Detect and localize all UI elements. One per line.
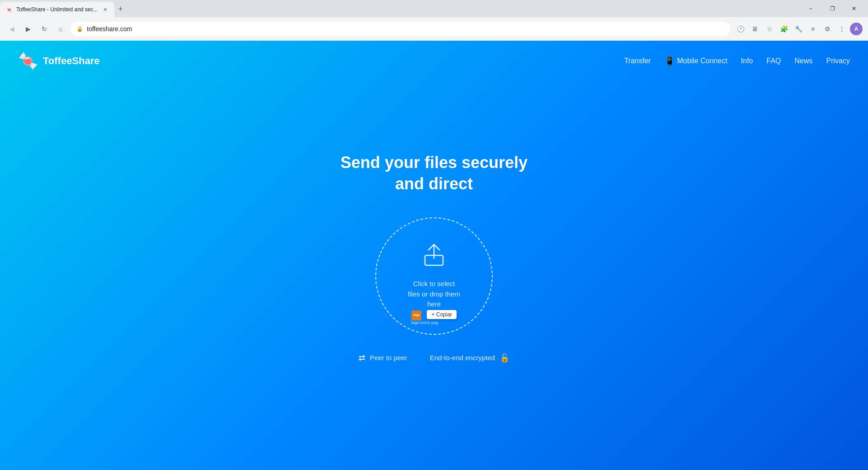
nav-news[interactable]: News	[795, 57, 813, 65]
logo-text: ToffeeShare	[43, 55, 100, 67]
profile-avatar[interactable]: A	[850, 23, 863, 35]
back-button[interactable]: ◀	[5, 23, 18, 35]
peer-to-peer-icon: ⇄	[359, 353, 365, 363]
new-tab-button[interactable]: +	[114, 3, 127, 15]
refresh-button[interactable]: ↻	[38, 23, 51, 35]
headline: Send your files securely and direct	[340, 152, 528, 195]
feature-peer-to-peer: ⇄ Peer to peer	[359, 353, 407, 363]
home-button[interactable]: ⌂	[54, 23, 67, 35]
window-controls: − ❐ ✕	[800, 0, 868, 17]
tab-bar: 🍬 ToffeeShare - Unlimited and sec... ✕ +…	[0, 0, 868, 17]
browser-chrome: 🍬 ToffeeShare - Unlimited and sec... ✕ +…	[0, 0, 868, 41]
lock-feature-icon: 🔓	[500, 353, 509, 363]
extension-icon-1[interactable]: 🧩	[778, 23, 790, 35]
mobile-icon: 📱	[665, 56, 675, 66]
drag-tooltip-wrapper: Pdf logo-icon2.png + Copiar	[411, 310, 457, 320]
site-logo[interactable]: 🍬 ToffeeShare	[18, 52, 100, 70]
tab-close-button[interactable]: ✕	[102, 6, 109, 13]
close-button[interactable]: ✕	[844, 0, 864, 17]
nav-faq[interactable]: FAQ	[767, 57, 781, 65]
clock-icon[interactable]: 🕐	[734, 23, 747, 35]
active-tab[interactable]: 🍬 ToffeeShare - Unlimited and sec... ✕	[0, 2, 114, 17]
upload-icon	[420, 243, 448, 272]
upload-dropzone[interactable]: Click to selectfiles or drop themhere Pd…	[375, 217, 493, 335]
peer-to-peer-label: Peer to peer	[370, 354, 407, 362]
drag-file-name: logo-icon2.png	[411, 320, 438, 325]
url-bar[interactable]: 🔒 toffeeshare.com	[71, 22, 731, 36]
main-content: Send your files securely and direct Clic…	[0, 81, 868, 470]
menu-icon[interactable]: ⋮	[835, 23, 848, 35]
nav-transfer[interactable]: Transfer	[624, 57, 651, 65]
nav-mobile-connect[interactable]: 📱 Mobile Connect	[665, 56, 727, 66]
extension-icon-3[interactable]: ≡	[807, 23, 819, 35]
maximize-button[interactable]: ❐	[822, 0, 843, 17]
minimize-button[interactable]: −	[800, 0, 821, 17]
url-text: toffeeshare.com	[87, 25, 725, 33]
extension-icon-4[interactable]: ⚙	[821, 23, 834, 35]
toolbar-icons: 🕐 🖥 ☆ 🧩 🔧 ≡ ⚙ ⋮ A	[734, 23, 863, 35]
feature-end-to-end: End-to-end encrypted 🔓	[430, 353, 509, 363]
nav-info[interactable]: Info	[741, 57, 753, 65]
drag-file-indicator: Pdf logo-icon2.png	[411, 310, 421, 320]
tab-title: ToffeeShare - Unlimited and sec...	[16, 6, 98, 13]
logo-icon: 🍬	[18, 52, 38, 70]
upload-instruction: Click to selectfiles or drop themhere	[408, 279, 460, 310]
nav-privacy[interactable]: Privacy	[826, 57, 850, 65]
site-nav: 🍬 ToffeeShare Transfer 📱 Mobile Connect …	[0, 41, 868, 81]
features-row: ⇄ Peer to peer End-to-end encrypted 🔓	[359, 353, 509, 363]
address-bar: ◀ ▶ ↻ ⌂ 🔒 toffeeshare.com 🕐 🖥 ☆ 🧩 🔧 ≡ ⚙ …	[0, 17, 868, 41]
drag-file-icon: Pdf	[411, 310, 421, 320]
extension-icon-2[interactable]: 🔧	[792, 23, 805, 35]
lock-icon: 🔒	[76, 26, 83, 32]
nav-links: Transfer 📱 Mobile Connect Info FAQ News …	[624, 56, 850, 66]
forward-button[interactable]: ▶	[22, 23, 34, 35]
copy-tooltip: + Copiar	[427, 310, 457, 319]
mobile-connect-label: Mobile Connect	[677, 57, 727, 65]
end-to-end-label: End-to-end encrypted	[430, 354, 495, 362]
headline-line2: and direct	[340, 174, 528, 195]
website: 🍬 ToffeeShare Transfer 📱 Mobile Connect …	[0, 41, 868, 470]
bookmark-icon[interactable]: ☆	[763, 23, 776, 35]
cast-icon[interactable]: 🖥	[749, 23, 761, 35]
tab-favicon: 🍬	[5, 6, 13, 13]
headline-line1: Send your files securely	[340, 152, 528, 174]
